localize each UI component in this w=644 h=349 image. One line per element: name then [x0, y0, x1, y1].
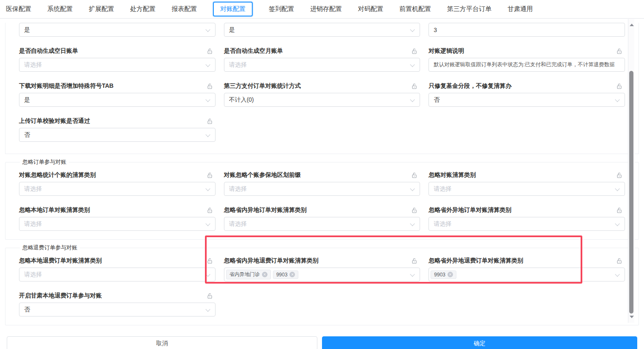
section-title: 忽略退费订单参与对账 [20, 244, 80, 252]
tab-third-party-orders[interactable]: 第三方平台订单 [447, 2, 491, 16]
tag-remove-icon[interactable] [289, 272, 295, 277]
select-placeholder: 请选择 [24, 271, 202, 279]
field-ignore-personal-clearing-type: 对账忽略统计个账的清算类别 请选择 [19, 171, 216, 196]
select-placeholder: 请选择 [434, 220, 611, 228]
chevron-down-icon [205, 307, 210, 312]
select-value: 不计入(0) [229, 96, 407, 104]
chevron-down-icon [205, 27, 210, 32]
field-label: 第三方支付订单对账统计方式 [224, 82, 301, 90]
tag-remove-icon[interactable] [448, 272, 453, 277]
field-ignore-in-province-refund-type: 忽略省内异地退费订单对账清算类别 省内异地门诊 9903 [224, 257, 420, 281]
ignore-in-province-order-type-select[interactable]: 请选择 [224, 217, 420, 231]
field-reconciliation-logic-note: 对账逻辑说明 默认对账逻辑取值跟订单列表中状态为:已支付和已完成订单，不计算退费… [428, 47, 625, 72]
select-value: 否 [24, 306, 202, 314]
unlock-icon[interactable] [616, 83, 622, 89]
field-ignore-region-prefix: 对账忽略个账参保地区划前缀 请选择 [224, 171, 420, 196]
field-label: 是否自动生成空日账单 [19, 47, 78, 55]
field-label: 上传订单校验对账是否通过 [19, 117, 90, 125]
auto-empty-month-bill-select[interactable]: 请选择 [224, 58, 420, 72]
download-tab-symbol-select[interactable]: 是 [19, 93, 216, 107]
chevron-down-icon [205, 133, 210, 138]
unlock-icon[interactable] [411, 172, 418, 179]
auto-empty-day-bill-select[interactable]: 请选择 [19, 58, 216, 72]
tab-medical-insurance[interactable]: 医保配置 [6, 2, 31, 16]
select-value: 是 [229, 26, 407, 34]
tab-report-config[interactable]: 报表配置 [172, 2, 197, 16]
field-label: 下载对账明细是否增加特殊符号TAB [19, 82, 114, 90]
chevron-down-icon [615, 187, 620, 192]
tag-text: 省内异地门诊 [229, 271, 260, 278]
field-label: 只修复基金分段，不修复清算办 [428, 82, 511, 90]
field-label: 对账逻辑说明 [428, 47, 464, 55]
tab-gansu-general[interactable]: 甘肃通用 [508, 2, 533, 16]
field-scrolled-2: 是 [224, 23, 420, 37]
tab-prescription-config[interactable]: 处方配置 [130, 2, 156, 16]
scrolled-select-2[interactable]: 是 [224, 23, 420, 37]
fix-fund-segment-only-select[interactable]: 否 [428, 93, 625, 107]
unlock-icon[interactable] [207, 83, 213, 89]
ignore-region-prefix-select[interactable]: 请选择 [224, 182, 420, 196]
field-label: 忽略省内异地退费订单对账清算类别 [224, 257, 319, 265]
unlock-icon[interactable] [411, 258, 418, 264]
field-ignore-out-province-order-type: 忽略省外异地订单对账清算类别 请选择 [428, 206, 625, 231]
scroll-up-arrow-icon[interactable] [630, 24, 634, 26]
selected-tag: 9903 [273, 271, 299, 279]
field-third-party-stat-mode: 第三方支付订单对账统计方式 不计入(0) [224, 82, 420, 107]
footer-actions: 取消 确定 [0, 325, 644, 349]
cancel-button[interactable]: 取消 [7, 336, 317, 349]
third-party-stat-mode-select[interactable]: 不计入(0) [224, 93, 420, 107]
tab-inventory-config[interactable]: 进销存配置 [310, 2, 342, 16]
unlock-icon[interactable] [616, 207, 622, 214]
field-scrolled-3: 3 [428, 23, 625, 37]
gansu-local-refund-enable-select[interactable]: 否 [19, 303, 216, 317]
scrollbar-thumb[interactable] [629, 71, 633, 314]
chevron-down-icon [205, 222, 210, 227]
field-label: 忽略对账清算类别 [428, 171, 476, 179]
upload-order-check-pass-select[interactable]: 否 [19, 128, 216, 142]
unlock-icon[interactable] [616, 258, 622, 264]
scrolled-select-1[interactable]: 是 [19, 23, 216, 37]
unlock-icon[interactable] [616, 172, 622, 179]
reconciliation-logic-note-input[interactable]: 默认对账逻辑取值跟订单列表中状态为:已支付和已完成订单，不计算退费数据 [428, 58, 625, 72]
chevron-down-icon [615, 272, 620, 277]
tab-front-machine-config[interactable]: 前置机配置 [399, 2, 431, 16]
chevron-down-icon [410, 272, 415, 277]
ignore-refund-orders-section: 忽略退费订单参与对账 忽略本地退费订单对账清算类别 请选择 忽略省内异地退费订单… [5, 244, 639, 325]
tab-reconciliation-config-active[interactable]: 对账配置 [213, 2, 253, 16]
unlock-icon[interactable] [207, 293, 213, 299]
field-label: 忽略省外异地退费订单对账清算类别 [428, 257, 523, 265]
select-placeholder: 请选择 [434, 185, 611, 193]
scroll-down-arrow-icon[interactable] [630, 316, 634, 318]
ignore-out-province-refund-type-select[interactable]: 9903 [428, 268, 625, 281]
tag-remove-icon[interactable] [262, 272, 267, 277]
ignore-out-province-order-type-select[interactable]: 请选择 [428, 217, 625, 231]
ignore-personal-clearing-type-select[interactable]: 请选择 [19, 182, 216, 196]
tab-checkin-config[interactable]: 签到配置 [269, 2, 294, 16]
unlock-icon[interactable] [411, 48, 418, 54]
unlock-icon[interactable] [207, 118, 213, 124]
unlock-icon[interactable] [207, 172, 213, 179]
ignore-clearing-type-select[interactable]: 请选择 [428, 182, 625, 196]
unlock-icon[interactable] [411, 207, 418, 214]
unlock-icon[interactable] [616, 48, 622, 54]
field-download-tab-symbol: 下载对账明细是否增加特殊符号TAB 是 [19, 82, 216, 107]
unlock-icon[interactable] [207, 48, 213, 54]
field-ignore-out-province-refund-type: 忽略省外异地退费订单对账清算类别 9903 [428, 257, 625, 281]
select-placeholder: 请选择 [24, 185, 202, 193]
confirm-button[interactable]: 确定 [322, 336, 637, 349]
tab-extension-config[interactable]: 扩展配置 [89, 2, 114, 16]
select-placeholder: 请选择 [229, 61, 407, 69]
ignore-local-refund-type-select[interactable]: 请选择 [19, 268, 216, 281]
tag-text: 9903 [276, 272, 288, 278]
tab-system-config[interactable]: 系统配置 [47, 2, 73, 16]
field-label: 对账忽略统计个账的清算类别 [19, 171, 96, 179]
unlock-icon[interactable] [207, 258, 213, 264]
tab-code-mapping-config[interactable]: 对码配置 [358, 2, 383, 16]
unlock-icon[interactable] [411, 83, 418, 89]
scrolled-input-3[interactable]: 3 [428, 23, 625, 37]
vertical-scrollbar[interactable] [628, 19, 634, 323]
field-label: 开启甘肃本地退费订单参与对账 [19, 292, 102, 300]
ignore-local-order-type-select[interactable]: 请选择 [19, 217, 216, 231]
unlock-icon[interactable] [207, 207, 213, 214]
ignore-in-province-refund-type-select[interactable]: 省内异地门诊 9903 [224, 268, 420, 281]
